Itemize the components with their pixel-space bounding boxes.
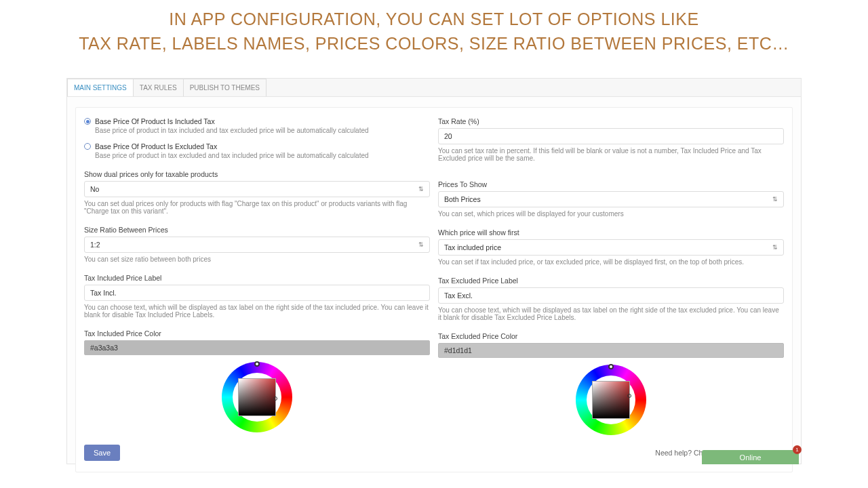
size-ratio-select[interactable]: 1:2 ⇅ — [84, 237, 430, 253]
incl-color-picker[interactable] — [222, 362, 292, 432]
incl-label-group: Tax Included Price Label You can choose … — [84, 274, 430, 319]
incl-color-picker-wrap — [84, 362, 430, 432]
chat-status: Online — [740, 453, 762, 462]
hue-ring-handle[interactable] — [254, 361, 260, 367]
chevron-updown-icon: ⇅ — [772, 245, 778, 251]
radio-included-hint: Base price of product in tax included an… — [95, 127, 430, 134]
incl-color-input[interactable]: #a3a3a3 — [84, 340, 430, 355]
chat-widget[interactable]: Online 1 — [702, 450, 799, 464]
save-button[interactable]: Save — [84, 445, 120, 461]
size-ratio-group: Size Ratio Between Prices 1:2 ⇅ You can … — [84, 226, 430, 263]
incl-color-square[interactable] — [238, 378, 276, 416]
page-root: IN APP CONFIGURATION, YOU CAN SET LOT OF… — [0, 0, 868, 488]
excl-color-label: Tax Excluded Price Color — [438, 332, 784, 340]
title-line-2: TAX RATE, LABELS NAMES, PRICES COLORS, S… — [79, 34, 789, 53]
hue-ring-handle[interactable] — [608, 364, 614, 369]
which-first-help: You can set if tax included price, or ta… — [438, 258, 784, 266]
size-ratio-value: 1:2 — [90, 241, 100, 249]
card-footer: Save Need help? Check Documentation / FA… — [84, 445, 784, 461]
columns: Base Price Of Product Is Included Tax Ba… — [84, 117, 784, 435]
radio-excluded-row[interactable]: Base Price Of Product Is Excluded Tax — [84, 142, 430, 150]
excl-color-picker-wrap — [438, 365, 784, 435]
excl-label-label: Tax Excluded Price Label — [438, 277, 784, 285]
incl-label-label: Tax Included Price Label — [84, 274, 430, 282]
excl-color-input[interactable]: #d1d1d1 — [438, 343, 784, 358]
tab-main-settings[interactable]: MAIN SETTINGS — [67, 79, 134, 96]
radio-included[interactable] — [84, 118, 91, 125]
title-line-1: IN APP CONFIGURATION, YOU CAN SET LOT OF… — [169, 9, 698, 28]
excl-label-group: Tax Excluded Price Label You can choose … — [438, 277, 784, 321]
saturation-handle[interactable] — [273, 396, 277, 401]
radio-excluded-label: Base Price Of Product Is Excluded Tax — [95, 142, 217, 150]
chevron-updown-icon: ⇅ — [772, 197, 778, 203]
incl-label-input[interactable] — [84, 285, 430, 301]
page-title: IN APP CONFIGURATION, YOU CAN SET LOT OF… — [0, 7, 868, 56]
dual-prices-select[interactable]: No ⇅ — [84, 181, 430, 197]
radio-included-label: Base Price Of Product Is Included Tax — [95, 117, 215, 125]
tabs-bar: MAIN SETTINGS TAX RULES PUBLISH TO THEME… — [67, 79, 801, 97]
right-column: Tax Rate (%) You can set tax rate in per… — [438, 117, 784, 435]
prices-to-show-label: Prices To Show — [438, 180, 784, 188]
radio-included-row[interactable]: Base Price Of Product Is Included Tax — [84, 117, 430, 125]
tab-publish-themes[interactable]: PUBLISH TO THEMES — [183, 79, 267, 96]
dual-prices-group: Show dual prices only for taxable produc… — [84, 170, 430, 215]
dual-prices-help: You can set dual prices only for product… — [84, 200, 430, 215]
incl-color-group: Tax Included Price Color #a3a3a3 — [84, 329, 430, 432]
which-first-group: Which price will show first Tax included… — [438, 228, 784, 266]
prices-to-show-group: Prices To Show Both Prices ⇅ You can set… — [438, 180, 784, 218]
chevron-updown-icon: ⇅ — [418, 242, 424, 248]
excl-color-group: Tax Excluded Price Color #d1d1d1 — [438, 332, 784, 435]
radio-excluded-hint: Base price of product in tax excluded an… — [95, 152, 430, 159]
which-first-select[interactable]: Tax included price ⇅ — [438, 239, 784, 256]
prices-to-show-select[interactable]: Both Prices ⇅ — [438, 191, 784, 207]
incl-label-help: You can choose text, which will be displ… — [84, 304, 430, 319]
settings-panel: MAIN SETTINGS TAX RULES PUBLISH TO THEME… — [66, 78, 802, 464]
excl-label-help: You can choose text, which will be displ… — [438, 306, 784, 321]
excl-color-square[interactable] — [592, 381, 630, 419]
tab-tax-rules[interactable]: TAX RULES — [133, 79, 184, 96]
which-first-label: Which price will show first — [438, 228, 784, 237]
excl-color-picker[interactable] — [576, 365, 646, 435]
tax-rate-label: Tax Rate (%) — [438, 117, 784, 125]
base-price-radio-group: Base Price Of Product Is Included Tax Ba… — [84, 117, 430, 159]
saturation-handle[interactable] — [627, 394, 631, 398]
dual-prices-label: Show dual prices only for taxable produc… — [84, 170, 430, 178]
settings-card: Base Price Of Product Is Included Tax Ba… — [75, 107, 793, 472]
left-column: Base Price Of Product Is Included Tax Ba… — [84, 117, 430, 435]
size-ratio-help: You can set size ratio between both pric… — [84, 256, 430, 263]
which-first-value: Tax included price — [444, 243, 501, 251]
tax-rate-group: Tax Rate (%) You can set tax rate in per… — [438, 117, 784, 162]
dual-prices-value: No — [90, 185, 99, 193]
tax-rate-input[interactable] — [438, 128, 784, 144]
size-ratio-label: Size Ratio Between Prices — [84, 226, 430, 234]
prices-to-show-help: You can set, which prices will be displa… — [438, 210, 784, 218]
tax-rate-help: You can set tax rate in percent. If this… — [438, 147, 784, 162]
incl-color-label: Tax Included Price Color — [84, 329, 430, 338]
excl-label-input[interactable] — [438, 287, 784, 304]
prices-to-show-value: Both Prices — [444, 195, 481, 203]
radio-excluded[interactable] — [84, 143, 91, 150]
chat-badge: 1 — [793, 445, 802, 454]
chevron-updown-icon: ⇅ — [418, 186, 424, 192]
page-title-block: IN APP CONFIGURATION, YOU CAN SET LOT OF… — [0, 0, 868, 56]
panel-content: Base Price Of Product Is Included Tax Ba… — [67, 97, 801, 483]
